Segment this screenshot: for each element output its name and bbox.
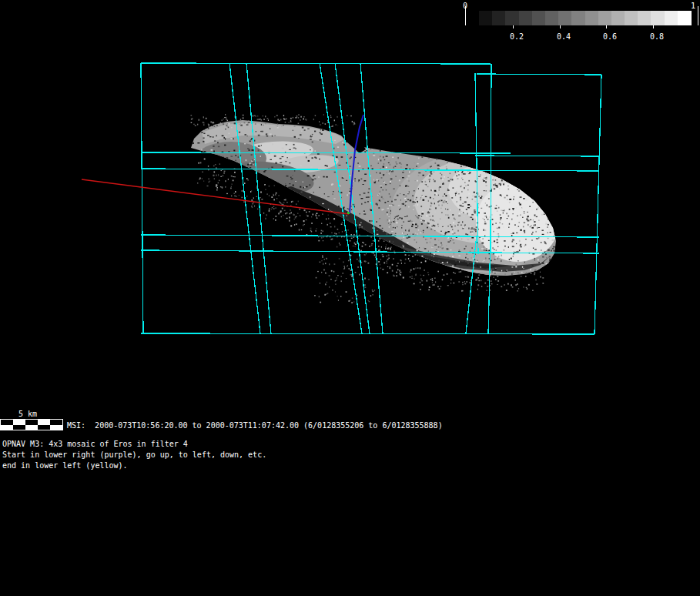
speckle: [522, 163, 524, 164]
speckle: [534, 133, 536, 135]
speckle: [311, 231, 312, 232]
speckle: [557, 211, 558, 213]
speckle: [219, 180, 219, 182]
speckle: [363, 184, 364, 185]
speckle: [392, 156, 393, 156]
speckle: [467, 129, 470, 131]
speckle: [240, 119, 241, 120]
footprint-edge-h-bottom: [141, 333, 594, 334]
speckle: [331, 218, 333, 219]
speckle: [531, 209, 532, 211]
speckle: [501, 173, 503, 175]
speckle: [256, 262, 258, 263]
speckle: [437, 168, 440, 169]
speckle: [240, 201, 242, 202]
speckle: [546, 263, 548, 265]
speckle: [250, 191, 251, 193]
speckle: [460, 141, 462, 142]
speckle: [486, 190, 487, 191]
speckle: [231, 186, 232, 187]
speckle: [486, 290, 487, 291]
speckle: [286, 190, 288, 192]
speckle: [240, 209, 242, 210]
speckle: [330, 236, 331, 237]
speckle: [403, 194, 404, 195]
speckle: [208, 169, 209, 170]
speckle: [494, 249, 495, 249]
speckle: [404, 221, 404, 223]
speckle: [403, 246, 404, 248]
speckle: [294, 136, 296, 138]
speckle: [412, 224, 414, 226]
speckle: [363, 214, 366, 215]
speckle: [447, 177, 448, 178]
speckle: [333, 122, 334, 122]
speckle: [554, 259, 555, 260]
speckle: [440, 126, 442, 126]
speckle: [325, 283, 326, 285]
speckle: [446, 166, 447, 167]
speckle: [399, 217, 400, 218]
speckle: [534, 259, 535, 261]
speckle: [478, 178, 480, 179]
speckle: [408, 230, 410, 232]
speckle: [427, 280, 427, 282]
speckle: [542, 190, 544, 192]
speckle: [560, 183, 561, 185]
speckle: [501, 210, 502, 212]
speckle: [554, 135, 556, 136]
speckle: [354, 127, 355, 128]
speckle: [448, 237, 449, 238]
speckle: [306, 219, 307, 220]
speckle: [493, 140, 494, 142]
speckle: [421, 231, 422, 233]
speckle: [484, 229, 486, 231]
speckle: [494, 266, 494, 268]
speckle: [310, 167, 312, 168]
speckle: [293, 130, 294, 131]
speckle: [496, 223, 497, 224]
speckle: [263, 194, 265, 196]
speckle: [511, 176, 512, 178]
speckle: [294, 219, 295, 219]
speckle: [260, 197, 261, 198]
speckle: [440, 286, 441, 288]
speckle: [346, 262, 348, 263]
speckle: [493, 161, 494, 162]
speckle: [387, 212, 388, 213]
speckle: [501, 286, 502, 287]
speckle: [300, 134, 302, 136]
speckle: [477, 284, 479, 286]
speckle: [374, 254, 376, 256]
speckle: [245, 122, 246, 123]
speckle: [457, 156, 458, 157]
speckle: [558, 210, 560, 212]
speckle: [560, 261, 561, 263]
speckle: [430, 242, 431, 243]
speckle: [231, 196, 232, 197]
speckle: [257, 246, 259, 247]
speckle: [484, 223, 487, 225]
speckle: [261, 179, 262, 180]
speckle: [394, 166, 394, 168]
speckle: [351, 302, 353, 303]
speckle: [409, 229, 410, 229]
speckle: [514, 160, 517, 162]
speckle: [354, 249, 356, 251]
speckle: [533, 219, 534, 220]
speckle: [203, 156, 205, 158]
speckle: [273, 208, 275, 209]
speckle: [511, 219, 513, 220]
speckle: [535, 124, 537, 126]
speckle: [208, 228, 209, 229]
speckle: [209, 221, 210, 222]
speckle: [409, 169, 410, 169]
speckle: [340, 296, 341, 297]
speckle: [317, 270, 317, 271]
speckle: [227, 120, 228, 122]
speckle: [481, 286, 482, 287]
speckle: [541, 172, 542, 174]
speckle: [500, 184, 501, 186]
speckle: [558, 233, 559, 235]
speckle: [542, 184, 544, 186]
